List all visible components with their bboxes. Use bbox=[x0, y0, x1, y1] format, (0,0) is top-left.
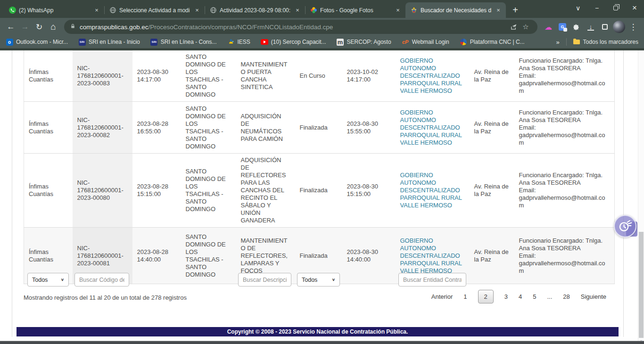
url-text: compraspublicas.gob.ec/ProcesoContrataci… bbox=[80, 24, 507, 31]
pagination-page-28[interactable]: 28 bbox=[563, 293, 570, 300]
pagination-page-5[interactable]: 5 bbox=[533, 293, 536, 300]
filter-entidad-input[interactable] bbox=[398, 273, 466, 287]
iess-icon bbox=[227, 38, 235, 46]
bookmark-sri-consultas[interactable]: SRI SRI en Línea - Cons... bbox=[150, 38, 217, 46]
home-icon[interactable]: ⌂ bbox=[46, 20, 60, 34]
filter-estado-select[interactable]: Todos ∨ bbox=[297, 273, 340, 287]
table-row: Ínfimas Cuantías NIC-1768120600001-2023-… bbox=[24, 154, 615, 228]
records-info-text: Mostrando registros del 11 al 20 de un t… bbox=[24, 294, 187, 301]
pagination-siguiente[interactable]: Siguiente bbox=[581, 293, 606, 300]
cell-provincia: SANTO DOMINGO DE LOS TSACHILAS - SANTO D… bbox=[181, 102, 236, 154]
cloud-extension-icon[interactable]: ☁ bbox=[541, 20, 555, 34]
bookmark-outlook[interactable]: o Outlook.com - Micr... bbox=[6, 38, 68, 46]
download-icon[interactable]: ↓ bbox=[584, 20, 598, 34]
youtube-icon bbox=[261, 38, 268, 46]
filter-codigo-input[interactable] bbox=[74, 273, 129, 287]
bookmark-plataforma-cnc[interactable]: Plataforma CNC | C... bbox=[460, 38, 525, 46]
select-value: Todos bbox=[32, 277, 48, 283]
cell-provincia: SANTO DOMINGO DE LOS TSACHILAS - SANTO D… bbox=[181, 154, 236, 228]
minimize-icon[interactable]: − bbox=[587, 0, 606, 16]
entity-link[interactable]: GOBIERNO AUTONOMO DESCENTRALIZADO PARROQ… bbox=[400, 57, 462, 94]
email-text: Email: gadprvallehermoso@hotmail.com bbox=[519, 252, 605, 274]
all-bookmarks-button[interactable]: Todos los marcadores bbox=[573, 39, 638, 45]
restore-icon[interactable] bbox=[606, 0, 625, 16]
cell-fecha-publicacion: 2023-08-30 14:17:00 bbox=[132, 50, 181, 102]
bookmark-label: Webmail Login bbox=[412, 39, 449, 45]
reload-icon[interactable]: ↻ bbox=[32, 20, 46, 34]
cell-direccion: Av. Reina de la Paz bbox=[470, 102, 514, 154]
entity-link[interactable]: GOBIERNO AUTONOMO DESCENTRALIZADO PARROQ… bbox=[400, 237, 462, 274]
tab-title: Actividad 2023-08-29 08:00: bbox=[220, 7, 291, 14]
funcionario-text: Funcionario Encargado: Tnlga. Ana Sosa T… bbox=[519, 109, 603, 123]
timer-widget[interactable] bbox=[614, 215, 636, 238]
all-bookmarks-label: Todos los marcadores bbox=[583, 39, 638, 45]
window-controls: ∨ − × bbox=[569, 0, 644, 16]
cell-direccion: Av. Reina de la Paz bbox=[470, 154, 514, 228]
pagination-page-1[interactable]: 1 bbox=[463, 293, 467, 300]
back-icon[interactable]: ← bbox=[4, 20, 18, 34]
tab-manager-icon[interactable] bbox=[598, 20, 612, 34]
puzzle-extensions-icon[interactable] bbox=[570, 20, 584, 34]
cell-estado: Finalizada bbox=[295, 102, 342, 154]
tab-close-icon[interactable]: × bbox=[394, 7, 402, 14]
table-row: Ínfimas Cuantías NIC-1768120600001-2023-… bbox=[24, 50, 615, 102]
folder-icon bbox=[573, 40, 580, 44]
email-text: Email: gadprvallehermoso@hotmail.com bbox=[519, 72, 605, 94]
globe-icon bbox=[209, 7, 217, 14]
pagination: Anterior 1 2 3 4 5 ... 28 Siguiente bbox=[431, 290, 606, 303]
profile-avatar[interactable] bbox=[612, 20, 626, 34]
url-domain: compraspublicas.gob.ec bbox=[80, 24, 149, 31]
filter-descripcion-input[interactable] bbox=[238, 273, 291, 287]
cell-codigo: NIC-1768120600001-2023-00083 bbox=[73, 50, 132, 102]
bookmark-star-icon[interactable]: ☆ bbox=[520, 21, 532, 33]
tab-actividad[interactable]: Actividad 2023-08-29 08:00: × bbox=[205, 2, 305, 18]
tab-close-icon[interactable]: × bbox=[93, 7, 100, 14]
close-window-icon[interactable]: × bbox=[625, 0, 644, 16]
tab-bar: (2) WhatsApp × Seleccione Actividad a mo… bbox=[0, 0, 644, 18]
forward-icon[interactable]: → bbox=[18, 20, 32, 34]
tab-close-icon[interactable]: × bbox=[294, 7, 301, 14]
entity-link[interactable]: GOBIERNO AUTONOMO DESCENTRALIZADO PARROQ… bbox=[400, 172, 462, 209]
bookmark-sri-inicio[interactable]: SRI SRI en Línea - Inicio bbox=[78, 38, 140, 46]
pagination-anterior[interactable]: Anterior bbox=[431, 293, 453, 300]
filter-tipo-select[interactable]: Todos ∨ bbox=[27, 273, 69, 287]
tab-seleccione-actividad[interactable]: Seleccione Actividad a modi × bbox=[104, 2, 205, 18]
bookmarks-overflow-icon[interactable]: » bbox=[556, 39, 559, 46]
address-bar[interactable]: compraspublicas.gob.ec/ProcesoContrataci… bbox=[64, 20, 537, 34]
translate-icon[interactable]: G bbox=[555, 20, 570, 34]
bookmarks-bar: o Outlook.com - Micr... SRI SRI en Línea… bbox=[0, 36, 644, 48]
horizontal-scrollbar-strip[interactable] bbox=[0, 341, 644, 344]
tab-close-icon[interactable]: × bbox=[193, 7, 201, 14]
bookmark-webmail[interactable]: cP Webmail Login bbox=[402, 38, 449, 46]
whatsapp-icon bbox=[8, 7, 16, 14]
pagination-page-4[interactable]: 4 bbox=[519, 293, 522, 300]
menu-dots-icon[interactable]: ⋮ bbox=[626, 20, 640, 34]
pagination-page-3[interactable]: 3 bbox=[504, 293, 508, 300]
tab-buscador-necesidades-active[interactable]: Buscador de Necesidades d × bbox=[405, 2, 506, 18]
cpanel-icon: cP bbox=[402, 38, 409, 46]
container-right-border bbox=[623, 50, 624, 337]
scrollbar-thumb[interactable] bbox=[639, 232, 644, 338]
tab-close-icon[interactable]: × bbox=[495, 7, 502, 14]
vertical-scrollbar[interactable]: ▾ bbox=[638, 50, 644, 344]
bookmark-sercop-agosto[interactable]: m SERCOP: Agosto bbox=[337, 38, 391, 46]
new-tab-button[interactable]: + bbox=[509, 4, 522, 17]
email-text: Email: gadprvallehermoso@hotmail.com bbox=[519, 187, 605, 209]
entity-link[interactable]: GOBIERNO AUTONOMO DESCENTRALIZADO PARROQ… bbox=[400, 109, 462, 146]
share-icon[interactable] bbox=[507, 21, 520, 33]
cell-direccion: Av. Reina de la Paz bbox=[470, 50, 514, 102]
pagination-page-2-current[interactable]: 2 bbox=[478, 290, 494, 303]
tab-google-fotos[interactable]: Fotos - Google Fotos × bbox=[305, 2, 405, 18]
bookmark-iess[interactable]: IESS bbox=[227, 38, 250, 46]
cell-contacto: Funcionario Encargado: Tnlga. Ana Sosa T… bbox=[514, 102, 615, 154]
table-row: Ínfimas Cuantías NIC-1768120600001-2023-… bbox=[24, 102, 615, 154]
tab-search-chevron-icon[interactable]: ∨ bbox=[569, 0, 587, 16]
bookmark-sercop-youtube[interactable]: (10) Sercop Capacit... bbox=[261, 38, 326, 46]
cell-entidad: GOBIERNO AUTONOMO DESCENTRALIZADO PARROQ… bbox=[396, 50, 470, 102]
cell-provincia: SANTO DOMINGO DE LOS TSACHILAS - SANTO D… bbox=[181, 50, 236, 102]
globe-icon bbox=[109, 7, 116, 14]
funcionario-text: Funcionario Encargado: Tnlga. Ana Sosa T… bbox=[519, 57, 603, 72]
cnc-icon bbox=[460, 38, 467, 46]
tab-whatsapp[interactable]: (2) WhatsApp × bbox=[4, 2, 104, 18]
lock-icon bbox=[70, 23, 76, 31]
